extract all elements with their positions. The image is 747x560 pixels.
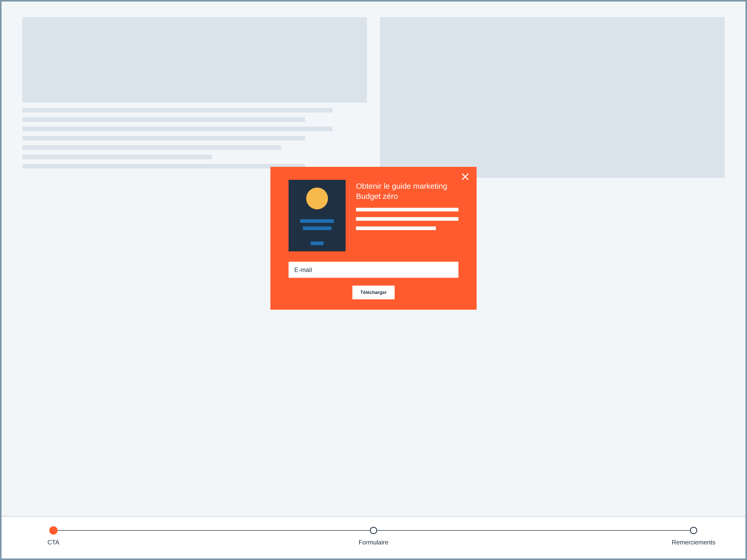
- step-label: Formulaire: [359, 539, 389, 546]
- thumb-line: [303, 226, 332, 230]
- cta-modal: Obtenir le guide marketing Budget zéro T…: [271, 167, 477, 310]
- close-icon: [461, 173, 469, 181]
- step-label: Remerciements: [672, 539, 715, 546]
- step-node-formulaire[interactable]: [370, 527, 377, 534]
- thumb-line: [300, 219, 334, 223]
- text-placeholder: [356, 226, 436, 230]
- image-placeholder: [22, 17, 367, 103]
- diagram-frame: Obtenir le guide marketing Budget zéro T…: [2, 2, 745, 558]
- modal-text: Obtenir le guide marketing Budget zéro: [356, 180, 459, 236]
- close-button[interactable]: [461, 173, 469, 181]
- text-placeholder: [356, 208, 459, 212]
- download-button[interactable]: Télécharger: [353, 286, 394, 299]
- modal-title: Obtenir le guide marketing Budget zéro: [356, 181, 459, 201]
- stepper: CTA Formulaire Remerciements: [2, 516, 745, 558]
- guide-thumbnail: [289, 180, 346, 251]
- step-node-remerciements[interactable]: [690, 527, 697, 534]
- preview-area: Obtenir le guide marketing Budget zéro T…: [2, 2, 745, 516]
- sun-icon: [306, 188, 328, 210]
- step-node-cta[interactable]: [49, 526, 58, 535]
- step-label: CTA: [48, 539, 59, 546]
- text-placeholder-lines: [22, 108, 367, 173]
- modal-content-row: Obtenir le guide marketing Budget zéro: [289, 180, 459, 251]
- text-placeholder: [356, 217, 459, 221]
- image-placeholder: [380, 17, 725, 178]
- email-field[interactable]: [289, 262, 459, 278]
- thumb-line: [311, 242, 324, 245]
